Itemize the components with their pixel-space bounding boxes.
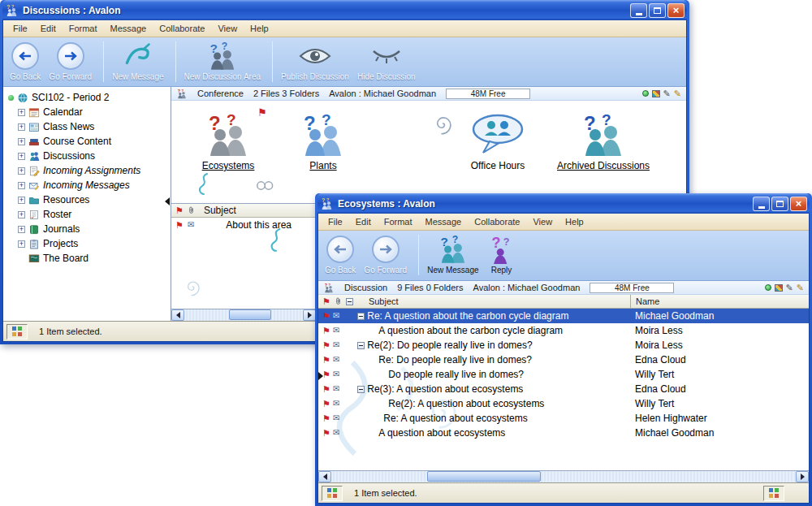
close-button[interactable]: × [790, 197, 807, 211]
horizontal-scrollbar[interactable] [171, 309, 316, 321]
tree-item-resources[interactable]: + Resources [3, 192, 171, 207]
view-mode-button[interactable] [6, 324, 28, 339]
collapse-thread-icon[interactable] [357, 386, 365, 393]
menu-collaborate[interactable]: Collaborate [153, 21, 211, 36]
publish-discussion-button[interactable]: Publish Discussion [281, 41, 349, 81]
tree-item-incoming-assignments[interactable]: + Incoming Assignments [3, 163, 171, 178]
scrollbar-track[interactable] [184, 309, 303, 321]
scroll-right-button[interactable] [796, 471, 809, 482]
new-discussion-area-button[interactable]: New Discussion Area [184, 41, 261, 81]
menu-view[interactable]: View [211, 21, 244, 36]
message-row[interactable]: ⚑✉A question about ecosystems Michael Go… [318, 426, 809, 440]
expand-icon[interactable]: + [18, 197, 25, 204]
titlebar-ecosystems[interactable]: Ecosystems : Avalon × [317, 193, 810, 214]
edit-pencil-icon[interactable]: ✎ [786, 283, 793, 292]
tree-item-sci102-period-2[interactable]: SCI102 - Period 2 [3, 90, 171, 105]
scroll-left-button[interactable] [318, 471, 331, 482]
permissions-icon[interactable] [775, 284, 783, 292]
menu-file[interactable]: File [322, 214, 349, 229]
menu-help[interactable]: Help [559, 214, 590, 229]
expand-icon[interactable]: + [18, 240, 25, 248]
item-label[interactable]: Plants [309, 160, 336, 171]
menu-message[interactable]: Message [104, 21, 153, 36]
close-button[interactable]: × [667, 3, 685, 18]
permissions-icon[interactable] [652, 90, 660, 97]
collapse-all-icon[interactable] [346, 298, 353, 305]
go-forward-button[interactable]: Go Forward [49, 41, 92, 81]
item-label[interactable]: Ecosystems [202, 160, 255, 171]
go-back-button[interactable]: Go Back [325, 235, 356, 275]
conference-item-plants[interactable]: Plants [273, 110, 374, 172]
expand-icon[interactable]: + [18, 153, 25, 160]
maximize-button[interactable] [649, 3, 666, 18]
scrollbar-thumb[interactable] [229, 309, 271, 320]
new-message-button[interactable]: New Message [427, 235, 478, 275]
expand-icon[interactable]: + [18, 167, 25, 175]
conference-item-archived-discussions[interactable]: Archived Discussions [546, 110, 660, 172]
subject-column-label[interactable]: Subject [369, 296, 399, 306]
item-label[interactable]: Archived Discussions [557, 160, 650, 171]
tree-item-class-news[interactable]: + Class News [3, 119, 171, 134]
tree-item-incoming-messages[interactable]: + Incoming Messages [3, 178, 171, 192]
menu-format[interactable]: Format [378, 214, 419, 229]
conference-item-office-hours[interactable]: Office Hours [447, 110, 548, 172]
hide-discussion-button[interactable]: Hide Discussion [357, 41, 416, 81]
message-row[interactable]: ⚑✉Re: Do people really live in domes? Ed… [318, 352, 809, 367]
tree-item-projects[interactable]: + Projects [3, 236, 171, 251]
conference-item-ecosystems[interactable]: ⚑ Ecosystems [178, 110, 279, 172]
menu-help[interactable]: Help [244, 21, 275, 36]
menu-file[interactable]: File [6, 21, 34, 36]
presence-icon[interactable] [765, 284, 771, 291]
minimize-button[interactable] [753, 197, 770, 211]
message-row[interactable]: ⚑✉Re: A question about the carbon cycle … [318, 309, 809, 323]
tree-item-calendar[interactable]: + Calendar [3, 105, 171, 119]
edit-pencil-icon[interactable]: ✎ [663, 89, 671, 98]
expand-icon[interactable]: + [18, 123, 25, 131]
expand-icon[interactable]: + [18, 211, 25, 218]
menu-message[interactable]: Message [419, 214, 469, 229]
list-column-headers[interactable]: ⚑ Subject Name [318, 295, 809, 309]
scrollbar-thumb[interactable] [427, 471, 541, 482]
scroll-right-button[interactable] [303, 309, 316, 321]
item-label[interactable]: Office Hours [471, 160, 525, 171]
tree-item-the-board[interactable]: The Board [3, 251, 171, 266]
pane-splitter-arrow[interactable] [165, 197, 170, 205]
expand-icon[interactable]: + [18, 109, 25, 116]
menu-collaborate[interactable]: Collaborate [468, 214, 526, 229]
presence-icon[interactable] [642, 90, 649, 97]
maximize-button[interactable] [771, 197, 788, 211]
history-pencil-icon[interactable]: ✎ [674, 89, 681, 98]
reply-button[interactable]: Reply [487, 235, 516, 275]
message-row[interactable]: ⚑✉Re: A question about ecosystems Helen … [318, 411, 809, 426]
tree-item-discussions[interactable]: + Discussions [3, 149, 171, 163]
menu-edit[interactable]: Edit [349, 214, 378, 229]
expand-icon[interactable]: + [18, 138, 25, 145]
collapse-thread-icon[interactable] [357, 313, 365, 320]
layout-toggle-button[interactable] [763, 486, 784, 501]
history-pencil-icon[interactable]: ✎ [797, 283, 804, 292]
message-row[interactable]: ⚑✉Do people really live in domes? Willy … [318, 367, 809, 382]
view-mode-button[interactable] [322, 486, 343, 501]
scrollbar-track[interactable] [331, 471, 796, 482]
horizontal-scrollbar[interactable] [318, 470, 809, 482]
menu-view[interactable]: View [526, 214, 559, 229]
expand-icon[interactable]: + [18, 182, 25, 189]
menu-edit[interactable]: Edit [34, 21, 63, 36]
tree-item-journals[interactable]: + Journals [3, 222, 171, 236]
collapse-thread-icon[interactable] [357, 342, 365, 349]
message-row[interactable]: ⚑✉Re(3): A question about ecosystems Edn… [318, 382, 809, 396]
go-back-button[interactable]: Go Back [10, 41, 41, 81]
scroll-left-button[interactable] [171, 309, 184, 321]
minimize-button[interactable] [630, 3, 647, 18]
message-row[interactable]: ⚑✉A question about the carbon cycle diag… [318, 323, 809, 338]
tree-item-course-content[interactable]: + Course Content [3, 134, 171, 149]
go-forward-button[interactable]: Go Forward [364, 235, 407, 275]
pane-splitter-arrow[interactable] [318, 372, 323, 380]
name-column-label[interactable]: Name [630, 295, 809, 308]
message-row[interactable]: ⚑✉Re(2): Do people really live in domes?… [318, 338, 809, 352]
expand-icon[interactable]: + [18, 226, 25, 233]
message-row[interactable]: ⚑✉Re(2): A question about ecosystems Wil… [318, 396, 809, 411]
menu-format[interactable]: Format [63, 21, 104, 36]
titlebar-discussions[interactable]: Discussions : Avalon × [2, 0, 687, 20]
new-message-button[interactable]: New Message [112, 41, 163, 81]
